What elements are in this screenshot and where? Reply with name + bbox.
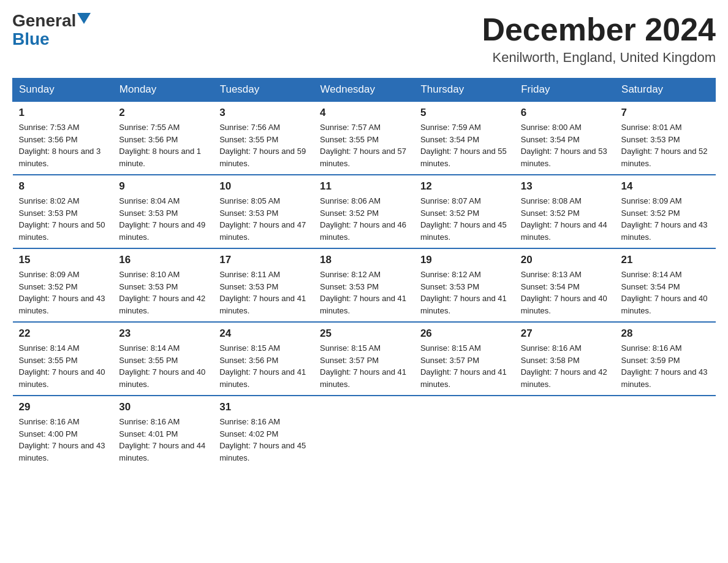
calendar-cell: 24 Sunrise: 8:15 AMSunset: 3:56 PMDaylig… xyxy=(213,322,314,396)
day-number: 30 xyxy=(119,401,207,413)
day-info: Sunrise: 8:16 AMSunset: 4:02 PMDaylight:… xyxy=(219,417,306,462)
calendar-cell xyxy=(515,396,615,469)
calendar-cell: 8 Sunrise: 8:02 AMSunset: 3:53 PMDayligh… xyxy=(13,175,113,248)
day-info: Sunrise: 8:05 AMSunset: 3:53 PMDaylight:… xyxy=(219,196,306,242)
day-info: Sunrise: 7:59 AMSunset: 3:54 PMDaylight:… xyxy=(420,123,507,168)
day-number: 8 xyxy=(19,180,107,193)
day-number: 21 xyxy=(621,254,710,266)
calendar-cell: 15 Sunrise: 8:09 AMSunset: 3:52 PMDaylig… xyxy=(13,248,113,322)
calendar-cell xyxy=(414,396,515,469)
day-number: 23 xyxy=(119,327,207,340)
page-header: General Blue December 2024 Kenilworth, E… xyxy=(12,12,716,66)
location-subtitle: Kenilworth, England, United Kingdom xyxy=(482,50,716,66)
day-number: 15 xyxy=(19,254,107,266)
calendar-cell: 22 Sunrise: 8:14 AMSunset: 3:55 PMDaylig… xyxy=(13,322,113,396)
day-number: 1 xyxy=(19,107,107,119)
col-tuesday: Tuesday xyxy=(213,79,314,102)
calendar-week-row: 22 Sunrise: 8:14 AMSunset: 3:55 PMDaylig… xyxy=(13,322,716,396)
day-number: 2 xyxy=(119,107,207,119)
calendar-cell: 26 Sunrise: 8:15 AMSunset: 3:57 PMDaylig… xyxy=(414,322,515,396)
day-info: Sunrise: 7:57 AMSunset: 3:55 PMDaylight:… xyxy=(320,123,406,168)
calendar-cell: 28 Sunrise: 8:16 AMSunset: 3:59 PMDaylig… xyxy=(615,322,716,396)
day-number: 12 xyxy=(420,180,509,193)
day-info: Sunrise: 8:11 AMSunset: 3:53 PMDaylight:… xyxy=(219,270,306,315)
calendar-cell: 10 Sunrise: 8:05 AMSunset: 3:53 PMDaylig… xyxy=(213,175,314,248)
title-section: December 2024 Kenilworth, England, Unite… xyxy=(482,12,716,66)
month-title: December 2024 xyxy=(482,12,716,47)
calendar-cell xyxy=(314,396,414,469)
day-info: Sunrise: 8:06 AMSunset: 3:52 PMDaylight:… xyxy=(320,196,406,242)
calendar-cell: 27 Sunrise: 8:16 AMSunset: 3:58 PMDaylig… xyxy=(515,322,615,396)
calendar-cell: 30 Sunrise: 8:16 AMSunset: 4:01 PMDaylig… xyxy=(113,396,213,469)
day-info: Sunrise: 8:07 AMSunset: 3:52 PMDaylight:… xyxy=(420,196,507,242)
day-number: 4 xyxy=(320,107,408,119)
calendar-cell: 16 Sunrise: 8:10 AMSunset: 3:53 PMDaylig… xyxy=(113,248,213,322)
day-info: Sunrise: 8:00 AMSunset: 3:54 PMDaylight:… xyxy=(521,123,607,168)
calendar-cell: 25 Sunrise: 8:15 AMSunset: 3:57 PMDaylig… xyxy=(314,322,414,396)
day-number: 9 xyxy=(119,180,207,193)
day-number: 19 xyxy=(420,254,509,266)
day-info: Sunrise: 8:09 AMSunset: 3:52 PMDaylight:… xyxy=(621,196,708,242)
calendar-cell: 23 Sunrise: 8:14 AMSunset: 3:55 PMDaylig… xyxy=(113,322,213,396)
day-number: 18 xyxy=(320,254,408,266)
day-info: Sunrise: 8:16 AMSunset: 3:59 PMDaylight:… xyxy=(621,343,708,389)
calendar-cell: 17 Sunrise: 8:11 AMSunset: 3:53 PMDaylig… xyxy=(213,248,314,322)
day-info: Sunrise: 8:12 AMSunset: 3:53 PMDaylight:… xyxy=(320,270,406,315)
day-number: 6 xyxy=(521,107,609,119)
day-info: Sunrise: 8:01 AMSunset: 3:53 PMDaylight:… xyxy=(621,123,708,168)
day-number: 17 xyxy=(219,254,308,266)
calendar-cell: 29 Sunrise: 8:16 AMSunset: 4:00 PMDaylig… xyxy=(13,396,113,469)
day-info: Sunrise: 8:10 AMSunset: 3:53 PMDaylight:… xyxy=(119,270,205,315)
calendar-cell: 5 Sunrise: 7:59 AMSunset: 3:54 PMDayligh… xyxy=(414,101,515,175)
day-number: 28 xyxy=(621,327,710,340)
day-number: 24 xyxy=(219,327,308,340)
day-info: Sunrise: 8:14 AMSunset: 3:54 PMDaylight:… xyxy=(621,270,708,315)
day-info: Sunrise: 7:55 AMSunset: 3:56 PMDaylight:… xyxy=(119,123,201,168)
day-number: 7 xyxy=(621,107,710,119)
day-info: Sunrise: 8:14 AMSunset: 3:55 PMDaylight:… xyxy=(119,343,205,389)
svg-marker-0 xyxy=(77,13,91,24)
calendar-cell: 11 Sunrise: 8:06 AMSunset: 3:52 PMDaylig… xyxy=(314,175,414,248)
calendar-cell xyxy=(615,396,716,469)
calendar-header-row: Sunday Monday Tuesday Wednesday Thursday… xyxy=(13,79,716,102)
calendar-cell: 18 Sunrise: 8:12 AMSunset: 3:53 PMDaylig… xyxy=(314,248,414,322)
day-number: 3 xyxy=(219,107,308,119)
calendar-week-row: 8 Sunrise: 8:02 AMSunset: 3:53 PMDayligh… xyxy=(13,175,716,248)
day-info: Sunrise: 8:15 AMSunset: 3:57 PMDaylight:… xyxy=(320,343,406,389)
col-monday: Monday xyxy=(113,79,213,102)
calendar-cell: 14 Sunrise: 8:09 AMSunset: 3:52 PMDaylig… xyxy=(615,175,716,248)
day-number: 22 xyxy=(19,327,107,340)
day-info: Sunrise: 8:12 AMSunset: 3:53 PMDaylight:… xyxy=(420,270,507,315)
calendar-cell: 7 Sunrise: 8:01 AMSunset: 3:53 PMDayligh… xyxy=(615,101,716,175)
day-info: Sunrise: 8:14 AMSunset: 3:55 PMDaylight:… xyxy=(19,343,105,389)
day-number: 13 xyxy=(521,180,609,193)
day-number: 20 xyxy=(521,254,609,266)
col-friday: Friday xyxy=(515,79,615,102)
calendar-week-row: 1 Sunrise: 7:53 AMSunset: 3:56 PMDayligh… xyxy=(13,101,716,175)
calendar-cell: 2 Sunrise: 7:55 AMSunset: 3:56 PMDayligh… xyxy=(113,101,213,175)
day-number: 11 xyxy=(320,180,408,193)
day-info: Sunrise: 8:15 AMSunset: 3:57 PMDaylight:… xyxy=(420,343,507,389)
calendar-cell: 4 Sunrise: 7:57 AMSunset: 3:55 PMDayligh… xyxy=(314,101,414,175)
day-number: 26 xyxy=(420,327,509,340)
day-info: Sunrise: 8:13 AMSunset: 3:54 PMDaylight:… xyxy=(521,270,607,315)
col-sunday: Sunday xyxy=(13,79,113,102)
day-number: 31 xyxy=(219,401,308,413)
day-info: Sunrise: 8:16 AMSunset: 4:00 PMDaylight:… xyxy=(19,417,105,462)
calendar-cell: 21 Sunrise: 8:14 AMSunset: 3:54 PMDaylig… xyxy=(615,248,716,322)
day-info: Sunrise: 8:15 AMSunset: 3:56 PMDaylight:… xyxy=(219,343,306,389)
day-number: 16 xyxy=(119,254,207,266)
day-number: 29 xyxy=(19,401,107,413)
day-info: Sunrise: 8:16 AMSunset: 3:58 PMDaylight:… xyxy=(521,343,607,389)
calendar-cell: 12 Sunrise: 8:07 AMSunset: 3:52 PMDaylig… xyxy=(414,175,515,248)
calendar-cell: 31 Sunrise: 8:16 AMSunset: 4:02 PMDaylig… xyxy=(213,396,314,469)
logo-blue-text: Blue xyxy=(12,31,50,48)
day-info: Sunrise: 7:53 AMSunset: 3:56 PMDaylight:… xyxy=(19,123,101,168)
day-number: 25 xyxy=(320,327,408,340)
day-info: Sunrise: 8:16 AMSunset: 4:01 PMDaylight:… xyxy=(119,417,205,462)
calendar-cell: 1 Sunrise: 7:53 AMSunset: 3:56 PMDayligh… xyxy=(13,101,113,175)
day-info: Sunrise: 8:02 AMSunset: 3:53 PMDaylight:… xyxy=(19,196,105,242)
calendar-cell: 13 Sunrise: 8:08 AMSunset: 3:52 PMDaylig… xyxy=(515,175,615,248)
calendar-cell: 19 Sunrise: 8:12 AMSunset: 3:53 PMDaylig… xyxy=(414,248,515,322)
col-thursday: Thursday xyxy=(414,79,515,102)
